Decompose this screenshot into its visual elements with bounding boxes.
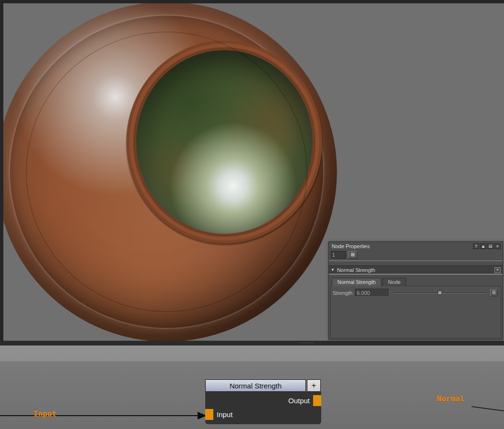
- panel-separator: [329, 261, 503, 261]
- properties-tab-content: Strength R: [330, 286, 501, 338]
- collapse-arrow-icon[interactable]: ▼: [331, 268, 335, 272]
- input-connector[interactable]: [205, 409, 213, 420]
- panel-titlebar-icons: ? ▲ ⊟ ×: [473, 243, 501, 249]
- max-panels-input[interactable]: [331, 251, 346, 259]
- strength-slider[interactable]: [394, 290, 486, 296]
- node-graph-canvas[interactable]: Input Normal Normal Strength + Output In…: [0, 345, 504, 429]
- close-node-panel-button[interactable]: ×: [494, 267, 501, 273]
- node-title[interactable]: Normal Strength: [205, 379, 306, 392]
- node-properties-panel: Node Properties ? ▲ ⊟ × ⊠ ▼ Normal Stren…: [328, 241, 503, 340]
- splitter-grip[interactable]: ·······: [301, 340, 314, 345]
- panel-titlebar: Node Properties ? ▲ ⊟ ×: [329, 242, 503, 250]
- material-preview-sphere: [0, 2, 337, 341]
- node-input-label: Input: [217, 409, 232, 420]
- output-connector[interactable]: [313, 395, 321, 406]
- application-window: Node Properties ? ▲ ⊟ × ⊠ ▼ Normal Stren…: [0, 0, 504, 429]
- sphere-inner-bowl: [136, 50, 313, 234]
- node-header: Normal Strength +: [205, 379, 321, 392]
- properties-tabs: Normal Strength Node: [332, 278, 503, 286]
- strength-value-input[interactable]: [355, 289, 389, 297]
- minimize-icon[interactable]: ▲: [480, 243, 486, 249]
- node-add-button[interactable]: +: [307, 379, 321, 392]
- viewport-frame-top: [0, 0, 504, 3]
- graph-input-label[interactable]: Input: [33, 409, 56, 419]
- horizontal-splitter[interactable]: ·······: [0, 341, 504, 345]
- node-output-label: Output: [288, 395, 310, 406]
- clear-panels-button[interactable]: ⊠: [348, 251, 357, 259]
- panel-title: Node Properties: [332, 243, 473, 249]
- clear-panels-icon: ⊠: [351, 252, 355, 257]
- node-panel-title: Normal Strength: [337, 267, 375, 273]
- close-icon[interactable]: ×: [494, 243, 501, 249]
- float-panel-icon[interactable]: ⊟: [487, 243, 494, 249]
- viewport-frame-left: [0, 0, 3, 341]
- normal-strength-node[interactable]: Normal Strength + Output Input: [205, 379, 321, 424]
- tab-node[interactable]: Node: [382, 278, 406, 286]
- node-body: Output Input: [205, 392, 321, 424]
- tab-normal-strength[interactable]: Normal Strength: [332, 278, 381, 286]
- node-panel-header: ▼ Normal Strength ×: [329, 265, 503, 274]
- strength-slider-handle[interactable]: [438, 291, 442, 295]
- graph-output-label[interactable]: Normal: [437, 394, 464, 403]
- strength-label: Strength: [333, 290, 353, 296]
- strength-parameter-row: Strength R: [331, 286, 501, 297]
- reset-button[interactable]: R: [490, 289, 498, 296]
- panel-toolbar: ⊠: [329, 250, 503, 259]
- help-icon[interactable]: ?: [473, 243, 479, 249]
